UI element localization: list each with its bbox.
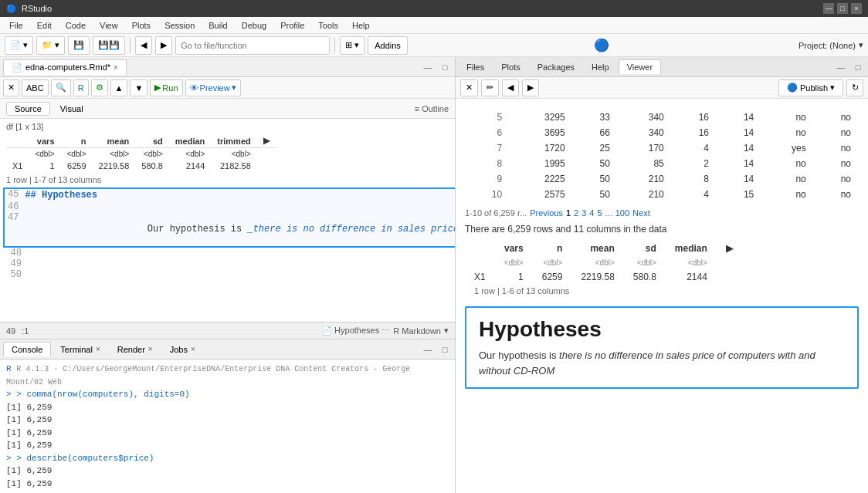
viewer-forward-button[interactable]: ▶ <box>522 79 539 96</box>
editor-tab-close[interactable]: × <box>114 63 118 72</box>
menu-profile[interactable]: Profile <box>274 19 310 32</box>
code-table: 45 ## Hypotheses 46 47 <box>0 187 455 280</box>
page-2-link[interactable]: 2 <box>574 208 578 218</box>
viewer-close-button[interactable]: ✕ <box>460 79 478 96</box>
hypotheses-tab-label: 📄 Hypotheses ⋯ <box>321 326 390 336</box>
vt-row-6: 6 3695 66 340 16 14 no no <box>465 125 859 140</box>
down-button[interactable]: ▼ <box>130 79 147 96</box>
expand-right-button[interactable]: □ <box>851 60 865 74</box>
terminal-tab-label: Terminal <box>60 345 93 354</box>
main-layout: 📄 edna-computers.Rmd* × — □ ✕ ABC 🔍 R ⚙ … <box>0 57 868 493</box>
discard-button[interactable]: ✕ <box>3 79 19 96</box>
vt-row-7: 7 1720 25 170 4 14 yes no <box>465 140 859 156</box>
collapse-bottom-button[interactable]: — <box>421 343 435 356</box>
project-label: Project: (None) ▾ <box>798 40 863 50</box>
r-icon-button[interactable]: R <box>73 79 89 96</box>
tab-viewer[interactable]: Viewer <box>619 59 661 74</box>
close-button[interactable]: × <box>851 3 862 14</box>
console-out-2: [1] 6,259 <box>6 414 449 427</box>
separator-2 <box>334 38 335 53</box>
viewer-edit-button[interactable]: ✏ <box>481 79 499 96</box>
console-line-2: > > describe(computers$price) <box>6 452 449 465</box>
page-3-link[interactable]: 3 <box>581 208 586 218</box>
data-table-container: df [1 x 13] vars n mean sd median trimme… <box>0 119 455 187</box>
bottom-panel: Console Terminal × Render × Jobs × — □ <box>0 339 455 493</box>
page-1-link[interactable]: 1 <box>566 208 571 218</box>
tab-source[interactable]: Source <box>6 102 50 116</box>
code-editor[interactable]: df [1 x 13] vars n mean sd median trimme… <box>0 119 455 322</box>
tab-help[interactable]: Help <box>584 60 617 74</box>
save-button[interactable]: 💾 <box>68 36 90 55</box>
console-out-5: [1] 6,259 <box>6 464 449 478</box>
page-5-link[interactable]: 5 <box>597 208 602 218</box>
tab-jobs[interactable]: Jobs × <box>162 343 203 356</box>
sub-vars: <dbl> <box>29 148 60 160</box>
title-bar-controls[interactable]: — □ × <box>823 3 862 14</box>
tab-render[interactable]: Render × <box>110 343 161 356</box>
sub-median: <dbl> <box>169 148 212 160</box>
maximize-button[interactable]: □ <box>837 3 848 14</box>
tab-console[interactable]: Console <box>3 342 51 356</box>
console-area[interactable]: R R 4.1.3 · C:/Users/GeorgeMount/Enterpr… <box>0 360 455 493</box>
grid-button[interactable]: ⊞ ▾ <box>340 36 364 55</box>
viewer-back-button[interactable]: ◀ <box>502 79 519 96</box>
green-btn[interactable]: ⚙ <box>91 79 108 96</box>
forward-button[interactable]: ▶ <box>155 36 172 55</box>
tab-terminal[interactable]: Terminal × <box>53 343 107 356</box>
tab-plots[interactable]: Plots <box>493 60 527 74</box>
line-num-48: 48 <box>0 248 28 258</box>
back-button[interactable]: ◀ <box>135 36 152 55</box>
sub-n: <dbl> <box>61 148 93 160</box>
publish-button[interactable]: 🔵 Publish ▾ <box>778 79 843 96</box>
menu-view[interactable]: View <box>93 19 124 32</box>
summary-table-container: vars n mean sd median ▶ <dbl> <dbl> <dbl… <box>456 238 868 300</box>
menu-plots[interactable]: Plots <box>126 19 157 32</box>
jobs-close[interactable]: × <box>191 345 195 353</box>
menu-build[interactable]: Build <box>202 19 233 32</box>
col-header-more: ▶ <box>257 134 276 148</box>
spell-check-button[interactable]: ABC <box>22 79 49 96</box>
open-button[interactable]: 📁 ▾ <box>36 36 65 55</box>
expand-bottom-button[interactable]: □ <box>438 343 452 356</box>
st-sub-sd: <dbl> <box>624 256 666 269</box>
addins-button[interactable]: Addins <box>368 36 408 55</box>
jobs-tab-label: Jobs <box>170 345 188 354</box>
dropdown-icon[interactable]: ▾ <box>444 326 449 336</box>
menu-session[interactable]: Session <box>158 19 201 32</box>
menu-tools[interactable]: Tools <box>312 19 344 32</box>
save-all-button[interactable]: 💾💾 <box>93 36 125 55</box>
preview-button[interactable]: 👁 Preview ▾ <box>185 79 241 96</box>
menu-file[interactable]: File <box>3 19 29 32</box>
new-file-button[interactable]: 📄 ▾ <box>5 36 33 55</box>
menu-debug[interactable]: Debug <box>236 19 273 32</box>
outline-button[interactable]: ≡ Outline <box>415 104 449 113</box>
collapse-editor-button[interactable]: — <box>421 60 435 74</box>
page-100-link[interactable]: 100 <box>615 208 629 218</box>
left-panel: 📄 edna-computers.Rmd* × — □ ✕ ABC 🔍 R ⚙ … <box>0 57 456 493</box>
expand-editor-button[interactable]: □ <box>438 60 452 74</box>
next-page-link[interactable]: Next <box>632 208 650 218</box>
right-content: 5 3295 33 340 16 14 no no 6 3695 6 <box>456 99 868 493</box>
previous-page-link[interactable]: Previous <box>530 208 563 218</box>
collapse-right-button[interactable]: — <box>834 60 848 74</box>
menu-edit[interactable]: Edit <box>31 19 58 32</box>
menu-code[interactable]: Code <box>59 19 92 32</box>
search-input[interactable] <box>175 36 330 55</box>
data-table: vars n mean sd median trimmed ▶ <dbl> <d… <box>6 134 276 172</box>
project-dropdown-icon[interactable]: ▾ <box>859 40 863 50</box>
up-button[interactable]: ▲ <box>110 79 128 96</box>
editor-tab-rmd[interactable]: 📄 edna-computers.Rmd* × <box>3 59 127 75</box>
console-tab-label: Console <box>12 345 42 354</box>
code-line-50: 50 <box>0 269 455 280</box>
tab-packages[interactable]: Packages <box>530 60 582 74</box>
page-4-link[interactable]: 4 <box>589 208 594 218</box>
terminal-close[interactable]: × <box>96 345 100 353</box>
minimize-button[interactable]: — <box>823 3 834 14</box>
find-button[interactable]: 🔍 <box>51 79 71 96</box>
refresh-button[interactable]: ↻ <box>846 79 863 96</box>
run-button[interactable]: ▶ Run <box>150 79 182 96</box>
render-close[interactable]: × <box>148 345 153 353</box>
tab-files[interactable]: Files <box>459 60 492 74</box>
menu-help[interactable]: Help <box>346 19 376 32</box>
tab-visual[interactable]: Visual <box>52 102 92 116</box>
